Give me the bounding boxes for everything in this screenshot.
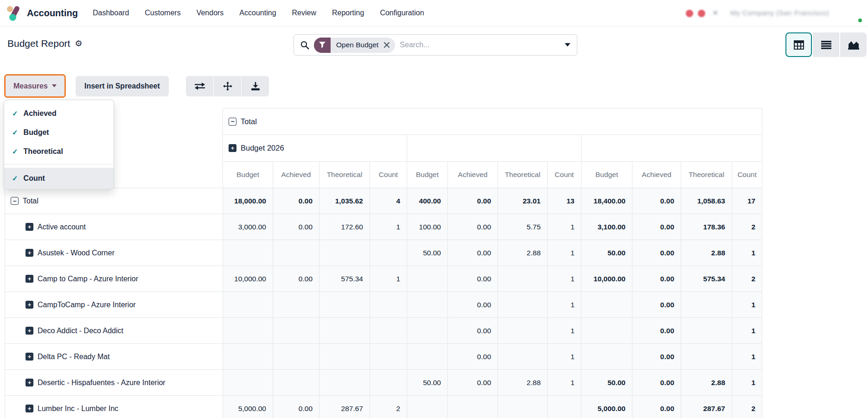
- gear-icon[interactable]: ⚙: [75, 38, 82, 49]
- cell[interactable]: 1: [548, 214, 581, 240]
- cell[interactable]: 23.01: [498, 188, 548, 214]
- cell[interactable]: 0.00: [632, 292, 681, 318]
- flip-axis-button[interactable]: [186, 76, 213, 96]
- cell[interactable]: 0.00: [632, 188, 681, 214]
- cell[interactable]: [223, 370, 273, 396]
- app-name[interactable]: Accounting: [27, 8, 78, 19]
- row-label[interactable]: +Active account: [5, 214, 223, 240]
- cell[interactable]: [581, 344, 632, 370]
- cell[interactable]: 13: [548, 188, 581, 214]
- cell[interactable]: [498, 344, 548, 370]
- cell[interactable]: 5,000.00: [581, 396, 632, 418]
- cell[interactable]: [581, 292, 632, 318]
- download-button[interactable]: [242, 76, 269, 96]
- cell[interactable]: [681, 318, 732, 344]
- pivot-view-button[interactable]: [785, 32, 812, 57]
- cell[interactable]: 178.36: [681, 214, 732, 240]
- measure-header[interactable]: Budget: [223, 162, 273, 188]
- cell[interactable]: [319, 370, 370, 396]
- cell[interactable]: 3,000.00: [223, 214, 273, 240]
- cell[interactable]: 2: [370, 396, 407, 418]
- cell[interactable]: [498, 318, 548, 344]
- cell[interactable]: 50.00: [407, 370, 448, 396]
- expand-icon[interactable]: +: [26, 327, 33, 335]
- cell[interactable]: 287.67: [681, 396, 732, 418]
- nav-item-customers[interactable]: Customers: [145, 9, 180, 17]
- cell[interactable]: [223, 292, 273, 318]
- cell[interactable]: 0.00: [448, 188, 498, 214]
- cell[interactable]: 0.00: [273, 266, 319, 292]
- cell[interactable]: [407, 396, 448, 418]
- cell[interactable]: [681, 344, 732, 370]
- list-view-button[interactable]: [813, 32, 839, 57]
- cell[interactable]: 100.00: [407, 214, 448, 240]
- cell[interactable]: 3,100.00: [581, 214, 632, 240]
- cell[interactable]: [370, 370, 407, 396]
- search-input[interactable]: Search...: [400, 41, 429, 49]
- measure-header[interactable]: Theoretical: [498, 162, 548, 188]
- cell[interactable]: [223, 240, 273, 266]
- cell[interactable]: 1: [548, 344, 581, 370]
- cell[interactable]: 10,000.00: [223, 266, 273, 292]
- search-bar[interactable]: Open Budget Search...: [294, 34, 577, 56]
- nav-item-review[interactable]: Review: [292, 9, 316, 17]
- cell[interactable]: 50.00: [581, 370, 632, 396]
- cell[interactable]: [273, 240, 319, 266]
- cell[interactable]: [581, 318, 632, 344]
- cell[interactable]: 575.34: [319, 266, 370, 292]
- row-label[interactable]: +Camp to Camp - Azure Interior: [5, 266, 223, 292]
- cell[interactable]: 2: [732, 214, 762, 240]
- remove-filter-icon[interactable]: [383, 42, 395, 48]
- cell[interactable]: 0.00: [632, 370, 681, 396]
- measure-header[interactable]: Count: [732, 162, 762, 188]
- measure-header[interactable]: Theoretical: [681, 162, 732, 188]
- cell[interactable]: 2.88: [681, 370, 732, 396]
- cell[interactable]: 0.00: [632, 396, 681, 418]
- measures-menu-item[interactable]: ✓Theoretical: [4, 142, 114, 161]
- cell[interactable]: 1: [732, 240, 762, 266]
- insert-in-spreadsheet-button[interactable]: Insert in Spreadsheet: [76, 76, 169, 96]
- cell[interactable]: 2.88: [681, 240, 732, 266]
- row-label[interactable]: +Lumber Inc - Lumber Inc: [5, 396, 223, 418]
- cell[interactable]: 4: [370, 188, 407, 214]
- cell[interactable]: [319, 344, 370, 370]
- measure-header[interactable]: Theoretical: [319, 162, 370, 188]
- cell[interactable]: [223, 318, 273, 344]
- cell[interactable]: 1: [732, 318, 762, 344]
- cell[interactable]: [273, 318, 319, 344]
- expand-all-button[interactable]: [214, 76, 241, 96]
- cell[interactable]: 400.00: [407, 188, 448, 214]
- cell[interactable]: 17: [732, 188, 762, 214]
- cell[interactable]: 10,000.00: [581, 266, 632, 292]
- cell[interactable]: 0.00: [448, 344, 498, 370]
- cell[interactable]: [498, 396, 548, 418]
- company-switcher[interactable]: My Company (San Francisco): [730, 9, 829, 17]
- cell[interactable]: 1: [548, 292, 581, 318]
- cell[interactable]: [407, 266, 448, 292]
- measures-menu-item[interactable]: ✓Budget: [4, 123, 114, 142]
- cell[interactable]: 0.00: [448, 240, 498, 266]
- cell[interactable]: [370, 344, 407, 370]
- cell[interactable]: [223, 344, 273, 370]
- cell[interactable]: 0.00: [448, 266, 498, 292]
- cell[interactable]: 575.34: [681, 266, 732, 292]
- cell[interactable]: 1: [548, 318, 581, 344]
- cell[interactable]: [273, 370, 319, 396]
- cell[interactable]: 18,400.00: [581, 188, 632, 214]
- cell[interactable]: 1,058.63: [681, 188, 732, 214]
- measures-button[interactable]: Measures: [4, 74, 66, 98]
- apps-menu-icon[interactable]: ✕: [713, 9, 719, 17]
- cell[interactable]: 1: [370, 214, 407, 240]
- cell[interactable]: [370, 240, 407, 266]
- cell[interactable]: 1: [548, 370, 581, 396]
- cell[interactable]: 1: [732, 344, 762, 370]
- cell[interactable]: 1: [370, 266, 407, 292]
- column-group-budget-2026[interactable]: +Budget 2026: [223, 135, 407, 162]
- cell[interactable]: 1: [732, 292, 762, 318]
- cell[interactable]: [273, 344, 319, 370]
- cell[interactable]: 0.00: [273, 188, 319, 214]
- cell[interactable]: 287.67: [319, 396, 370, 418]
- expand-icon[interactable]: +: [26, 223, 33, 231]
- cell[interactable]: [407, 344, 448, 370]
- cell[interactable]: 0.00: [273, 396, 319, 418]
